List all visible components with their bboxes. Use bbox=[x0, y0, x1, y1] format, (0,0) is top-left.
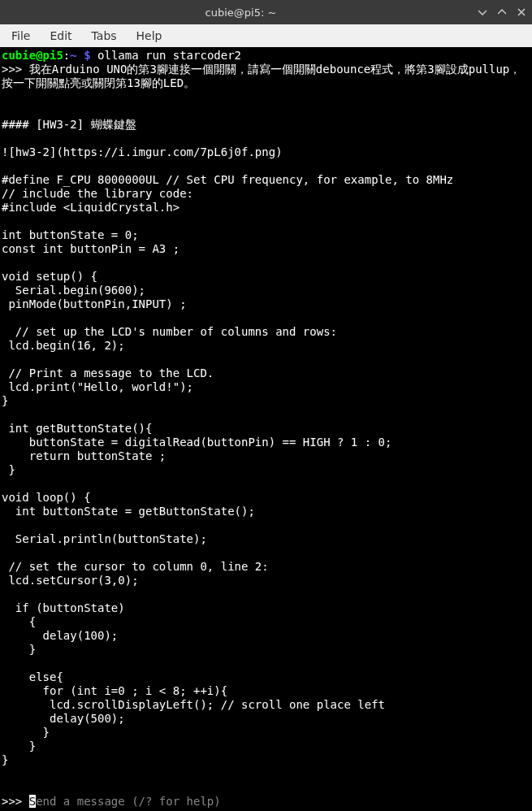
prompt-user: cubie@pi5 bbox=[2, 49, 63, 62]
prompt-path: ~ bbox=[70, 49, 76, 62]
window-controls bbox=[477, 7, 527, 18]
terminal-cursor: S bbox=[29, 795, 36, 808]
menu-edit[interactable]: Edit bbox=[41, 26, 80, 46]
minimize-icon[interactable] bbox=[477, 7, 488, 18]
repl-prefix: >>> bbox=[2, 63, 29, 76]
prompt-symbol: $ bbox=[84, 49, 90, 62]
menu-tabs[interactable]: Tabs bbox=[84, 26, 125, 46]
menu-file[interactable]: File bbox=[3, 26, 38, 46]
close-icon[interactable] bbox=[516, 7, 527, 18]
user-message: 我在Arduino UNO的第3腳連接一個開關，請寫一個開關debounce程式… bbox=[2, 63, 521, 89]
window-titlebar: cubie@pi5: ~ bbox=[0, 0, 532, 24]
menu-help[interactable]: Help bbox=[128, 26, 171, 46]
maximize-icon[interactable] bbox=[496, 7, 508, 18]
terminal-area[interactable]: cubie@pi5:~ $ ollama run starcoder2 >>> … bbox=[0, 47, 532, 811]
input-prompt: >>> bbox=[2, 795, 29, 808]
window-title: cubie@pi5: ~ bbox=[5, 7, 477, 19]
terminal-output: #### [HW3-2] 蝴蝶鍵盤 ![hw3-2](https://i.img… bbox=[2, 118, 453, 766]
input-placeholder: end a message (/? for help) bbox=[36, 795, 221, 808]
menubar: File Edit Tabs Help bbox=[0, 24, 532, 47]
command-text: ollama run starcoder2 bbox=[97, 49, 241, 62]
